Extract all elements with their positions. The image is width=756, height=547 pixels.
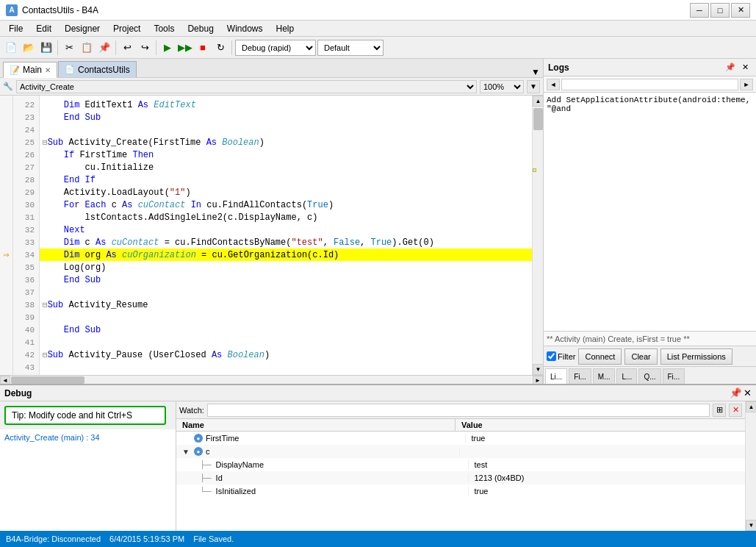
default-select[interactable]: Default (317, 40, 384, 56)
code-line-39 (40, 311, 532, 323)
watch-clear-btn[interactable]: ✕ (729, 404, 742, 417)
scroll-area[interactable] (533, 107, 543, 364)
editor-scrollbar[interactable]: ▲ ▼ (532, 96, 543, 375)
debug-header: Debug 📌 ✕ (0, 385, 756, 401)
menu-tools[interactable]: Tools (148, 22, 180, 35)
debug-mode-select[interactable]: Debug (rapid) (235, 40, 316, 56)
debug-pin-btn[interactable]: 📌 (730, 387, 742, 398)
list-permissions-button[interactable]: List Permissions (660, 348, 732, 365)
code-line-32: Next (40, 224, 532, 236)
var-value-displayname: test (469, 460, 746, 469)
vars-scroll-down[interactable]: ▼ (746, 520, 756, 531)
tb-open-button[interactable]: 📂 (21, 40, 37, 56)
watch-table-btn[interactable]: ⊞ (713, 404, 726, 417)
code-line-25: ⊟Sub Activity_Create(FirstTime As Boolea… (40, 136, 532, 149)
tb-run-button[interactable]: ▶ (159, 40, 176, 56)
horiz-scrollbar[interactable]: ◄ ► (0, 375, 543, 384)
tab-contacts-utils[interactable]: 📄 ContactsUtils (58, 61, 137, 77)
vars-scroll-track[interactable] (746, 412, 756, 520)
variables-panel: Watch: ⊞ ✕ Name Value ● FirstTime (176, 401, 745, 531)
tb-refresh-button[interactable]: ↻ (212, 40, 228, 56)
scroll-left-btn[interactable]: ◄ (0, 376, 10, 384)
logs-close-btn[interactable]: ✕ (738, 62, 752, 74)
bridge-status: B4A-Bridge: Disconnected (6, 535, 101, 543)
close-button[interactable]: ✕ (731, 3, 750, 18)
zoom-adjust-btn[interactable]: ▼ (527, 80, 540, 93)
logs-panel: Logs 📌 ✕ ◄ ► Add SetApplicationAttribute… (543, 59, 756, 384)
logs-tab-m[interactable]: M... (593, 368, 616, 384)
method-select[interactable]: Activity_Create (16, 80, 477, 93)
tb-copy-button[interactable]: 📋 (79, 40, 95, 56)
code-toolbar: 🔧 Activity_Create 100% ▼ (0, 78, 543, 96)
menu-windows[interactable]: Windows (221, 22, 269, 35)
var-value-firsttime: true (466, 434, 746, 443)
logs-scroll-left[interactable]: ◄ (547, 79, 560, 90)
tb-stop-button[interactable]: ■ (195, 40, 211, 56)
code-line-43 (40, 361, 532, 373)
logs-tab-fi[interactable]: Fi... (569, 368, 591, 384)
app-icon: A (6, 4, 18, 16)
maximize-button[interactable]: □ (710, 3, 730, 18)
window-controls: ─ □ ✕ (690, 3, 750, 18)
filter-label: Filter (547, 351, 575, 361)
vars-scrollbar[interactable]: ▲ ▼ (745, 401, 756, 531)
minimize-button[interactable]: ─ (690, 3, 709, 18)
editor-container[interactable]: ⇒ 22 23 24 (0, 96, 543, 375)
debug-close-btn[interactable]: ✕ (744, 387, 752, 398)
tb-debug-run-button[interactable]: ▶▶ (177, 40, 193, 56)
tb-save-button[interactable]: 💾 (38, 40, 54, 56)
logs-pin-btn[interactable]: 📌 (724, 62, 737, 74)
menu-help[interactable]: Help (270, 22, 300, 35)
logs-tab-l[interactable]: L... (616, 368, 637, 384)
connect-button[interactable]: Connect (578, 348, 622, 365)
scroll-up-btn[interactable]: ▲ (533, 96, 543, 107)
zoom-select[interactable]: 100% (480, 80, 524, 93)
logs-tab-li[interactable]: Li... (545, 368, 567, 384)
code-line-28: End If (40, 174, 532, 186)
menu-project[interactable]: Project (107, 22, 146, 35)
logs-tab-fi2[interactable]: Fi... (663, 368, 685, 384)
code-lines[interactable]: Dim EditText1 As EditText End Sub ⊟Sub A… (40, 96, 532, 375)
editor-dropdown-btn[interactable]: ▼ (531, 67, 540, 77)
clear-button[interactable]: Clear (624, 348, 657, 365)
watch-input[interactable] (207, 404, 710, 417)
file-saved: File Saved. (193, 535, 234, 543)
code-line-29: Activity.LoadLayout("1") (40, 186, 532, 199)
menu-file[interactable]: File (3, 22, 29, 35)
menu-debug[interactable]: Debug (181, 22, 219, 35)
var-value-id: 1213 (0x4BD) (469, 473, 746, 482)
var-name-firsttime: FirstTime (206, 434, 239, 443)
debug-title: Debug (4, 388, 32, 398)
var-expand-c[interactable]: ▼ (182, 448, 190, 456)
logs-search-bar: ◄ ► (544, 76, 756, 93)
logs-tabs: Li... Fi... M... L... Q... Fi... (544, 366, 756, 384)
title-text: ContactsUtils - B4A (22, 5, 98, 15)
tab-main[interactable]: 📝 Main ✕ (3, 62, 57, 78)
scroll-track[interactable] (10, 376, 533, 384)
tb-new-button[interactable]: 📄 (3, 40, 19, 56)
tab-main-close[interactable]: ✕ (45, 66, 51, 74)
code-line-44: End Sub (40, 373, 532, 375)
tb-cut-button[interactable]: ✂ (61, 40, 77, 56)
datetime: 6/4/2015 5:19:53 PM (109, 535, 184, 543)
vars-scroll-up[interactable]: ▲ (746, 401, 756, 412)
scroll-right-btn[interactable]: ► (533, 376, 543, 384)
scroll-down-btn[interactable]: ▼ (533, 364, 543, 375)
menu-edit[interactable]: Edit (30, 22, 57, 35)
code-line-42: ⊟Sub Activity_Pause (UserClosed As Boole… (40, 348, 532, 361)
tb-paste-button[interactable]: 📌 (96, 40, 112, 56)
code-line-38: ⊟Sub Activity_Resume (40, 298, 532, 311)
call-stack-item[interactable]: Activity_Create (main) : 34 (3, 432, 173, 443)
watch-label: Watch: (179, 406, 204, 415)
code-line-27: cu.Initialize (40, 161, 532, 174)
tb-undo-button[interactable]: ↩ (119, 40, 135, 56)
logs-scroll-right[interactable]: ► (740, 79, 753, 90)
code-editor[interactable]: ⇒ 22 23 24 (0, 96, 532, 375)
var-value-isinitialized: true (469, 487, 746, 496)
tb-redo-button[interactable]: ↪ (137, 40, 153, 56)
vars-header: Name Value (176, 419, 745, 432)
logs-search-input[interactable] (561, 79, 738, 90)
logs-tab-q[interactable]: Q... (638, 368, 660, 384)
filter-checkbox[interactable] (547, 351, 556, 361)
menu-designer[interactable]: Designer (59, 22, 106, 35)
